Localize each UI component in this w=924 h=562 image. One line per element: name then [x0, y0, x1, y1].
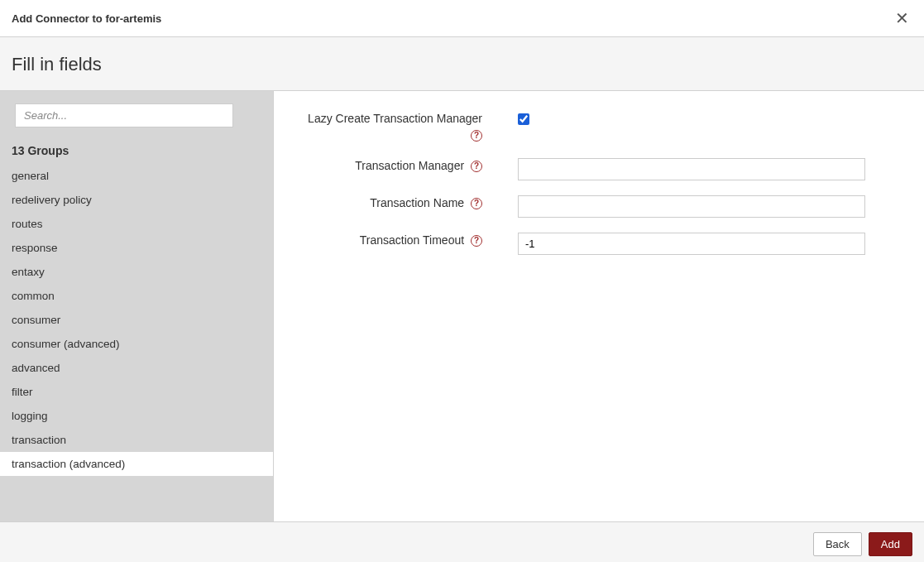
form-row-txn-timeout: Transaction Timeout ? [307, 233, 891, 255]
sidebar-item-filter[interactable]: filter [0, 380, 273, 404]
input-txn-manager[interactable] [518, 158, 865, 180]
form-row-txn-name: Transaction Name ? [307, 195, 891, 218]
input-txn-timeout[interactable] [518, 233, 865, 255]
form-row-txn-manager: Transaction Manager ? [307, 158, 891, 180]
control-txn-name [518, 195, 891, 218]
control-txn-manager [518, 158, 891, 180]
sidebar-item-consumer[interactable]: consumer [0, 308, 273, 332]
group-list: generalredelivery policyroutesresponseen… [0, 164, 273, 521]
help-icon[interactable]: ? [471, 198, 482, 209]
search-box [0, 91, 273, 136]
search-input[interactable] [15, 103, 233, 127]
label-lazy-create: Lazy Create Transaction Manager ? [307, 111, 489, 143]
sidebar-item-redelivery-policy[interactable]: redelivery policy [0, 188, 273, 212]
sidebar: 13 Groups generalredelivery policyroutes… [0, 91, 274, 521]
label-txn-manager: Transaction Manager ? [307, 158, 489, 175]
checkbox-lazy-create[interactable] [518, 113, 529, 125]
help-icon[interactable]: ? [471, 161, 482, 172]
sidebar-item-response[interactable]: response [0, 236, 273, 260]
label-txn-timeout: Transaction Timeout ? [307, 233, 489, 249]
back-button[interactable]: Back [813, 532, 862, 556]
help-icon[interactable]: ? [471, 235, 482, 247]
control-txn-timeout [518, 233, 891, 255]
sidebar-item-entaxy[interactable]: entaxy [0, 260, 273, 284]
label-txn-name: Transaction Name ? [307, 195, 489, 212]
modal-header: Add Connector to for-artemis ✕ [0, 0, 924, 37]
sidebar-item-common[interactable]: common [0, 284, 273, 308]
modal-footer: Back Add [0, 521, 924, 562]
close-icon[interactable]: ✕ [892, 10, 912, 26]
sidebar-item-consumer-advanced-[interactable]: consumer (advanced) [0, 332, 273, 356]
sidebar-item-logging[interactable]: logging [0, 404, 273, 428]
help-icon[interactable]: ? [471, 130, 482, 142]
groups-count: 13 Groups [0, 136, 273, 164]
input-txn-name[interactable] [518, 195, 865, 218]
sidebar-item-advanced[interactable]: advanced [0, 356, 273, 380]
control-lazy-create [518, 111, 891, 127]
content-area: 13 Groups generalredelivery policyroutes… [0, 91, 924, 521]
sidebar-item-general[interactable]: general [0, 164, 273, 188]
sidebar-item-transaction[interactable]: transaction [0, 428, 273, 452]
modal-title: Add Connector to for-artemis [12, 12, 161, 25]
add-button[interactable]: Add [869, 532, 912, 556]
sidebar-item-routes[interactable]: routes [0, 212, 273, 236]
sidebar-item-transaction-advanced-[interactable]: transaction (advanced) [0, 452, 273, 476]
page-title: Fill in fields [12, 54, 912, 75]
form-row-lazy-create: Lazy Create Transaction Manager ? [307, 111, 891, 143]
form-panel: Lazy Create Transaction Manager ? Transa… [274, 91, 924, 521]
page-title-bar: Fill in fields [0, 37, 924, 91]
